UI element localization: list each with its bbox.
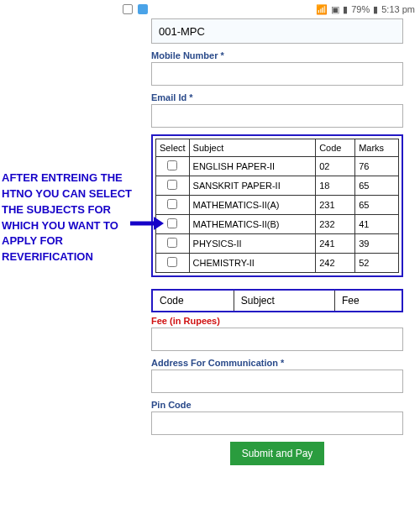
app-icon <box>138 4 148 14</box>
table-row: MATHEMATICS-II(A) 231 65 <box>156 196 399 215</box>
cell-subject: PHYSICS-II <box>189 234 316 254</box>
battery-icon: ▮ <box>373 4 378 15</box>
submit-button[interactable]: Submit and Pay <box>230 442 325 465</box>
first-field <box>151 18 403 44</box>
select-checkbox[interactable] <box>167 238 177 248</box>
cell-code: 232 <box>316 215 355 234</box>
arrow-icon <box>130 215 164 232</box>
cell-marks: 65 <box>355 176 399 196</box>
col-code: Code <box>316 139 355 157</box>
fee-label: Fee (in Rupees) <box>151 316 403 326</box>
fee-col-subject: Subject <box>234 290 334 312</box>
pin-label: Pin Code <box>151 400 403 410</box>
address-label: Address For Communication * <box>151 358 403 368</box>
annotation-text: AFTER ENTREING THE HTNO YOU CAN SELECT T… <box>2 170 140 265</box>
image-icon <box>123 4 133 14</box>
cell-subject: MATHEMATICS-II(B) <box>189 215 316 234</box>
select-checkbox[interactable] <box>167 160 177 170</box>
fee-col-code: Code <box>152 290 234 312</box>
cell-code: 18 <box>316 176 355 196</box>
col-subject: Subject <box>189 139 316 157</box>
fee-header-row: Code Subject Fee <box>152 290 402 312</box>
clock-text: 5:13 pm <box>381 4 415 14</box>
cell-subject: ENGLISH PAPER-II <box>189 157 316 176</box>
signal-icon: ▮ <box>343 4 348 15</box>
subject-header-row: Select Subject Code Marks <box>156 139 399 157</box>
cell-subject: MATHEMATICS-II(A) <box>189 196 316 215</box>
table-row: CHEMISTRY-II 242 52 <box>156 254 399 273</box>
table-row: ENGLISH PAPER-II 02 76 <box>156 157 399 176</box>
subject-table: Select Subject Code Marks ENGLISH PAPER-… <box>155 139 399 273</box>
table-row: MATHEMATICS-II(B) 232 41 <box>156 215 399 234</box>
svg-marker-1 <box>154 217 164 230</box>
cell-subject: CHEMISTRY-II <box>189 254 316 273</box>
cell-marks: 76 <box>355 157 399 176</box>
mobile-input[interactable] <box>151 62 403 86</box>
table-row: PHYSICS-II 241 39 <box>156 234 399 254</box>
select-checkbox[interactable] <box>167 199 177 209</box>
mobile-label: Mobile Number * <box>151 50 403 60</box>
wifi-icon: 📶 <box>316 4 328 15</box>
col-marks: Marks <box>355 139 399 157</box>
select-checkbox[interactable] <box>167 218 177 228</box>
form-column: Mobile Number * Email Id * Select Subjec… <box>151 18 403 465</box>
cell-code: 241 <box>316 234 355 254</box>
pin-input[interactable] <box>151 412 403 435</box>
cell-marks: 41 <box>355 215 399 234</box>
fee-table: Code Subject Fee <box>151 289 403 312</box>
address-input[interactable] <box>151 370 403 393</box>
col-select: Select <box>156 139 190 157</box>
cell-subject: SANSKRIT PAPER-II <box>189 176 316 196</box>
select-checkbox[interactable] <box>167 257 177 267</box>
cell-code: 231 <box>316 196 355 215</box>
cell-code: 02 <box>316 157 355 176</box>
cell-marks: 39 <box>355 234 399 254</box>
cell-code: 242 <box>316 254 355 273</box>
status-bar: 📶 ▣ ▮ 79% ▮ 5:13 pm <box>0 0 420 18</box>
table-row: SANSKRIT PAPER-II 18 65 <box>156 176 399 196</box>
cell-marks: 65 <box>355 196 399 215</box>
battery-text: 79% <box>351 4 370 14</box>
email-input[interactable] <box>151 104 403 128</box>
subject-table-box: Select Subject Code Marks ENGLISH PAPER-… <box>151 134 403 277</box>
sim-icon: ▣ <box>331 4 339 15</box>
select-checkbox[interactable] <box>167 180 177 190</box>
fee-col-fee: Fee <box>335 290 402 312</box>
fee-input[interactable] <box>151 328 403 351</box>
email-label: Email Id * <box>151 92 403 102</box>
course-input[interactable] <box>151 18 403 44</box>
cell-marks: 52 <box>355 254 399 273</box>
